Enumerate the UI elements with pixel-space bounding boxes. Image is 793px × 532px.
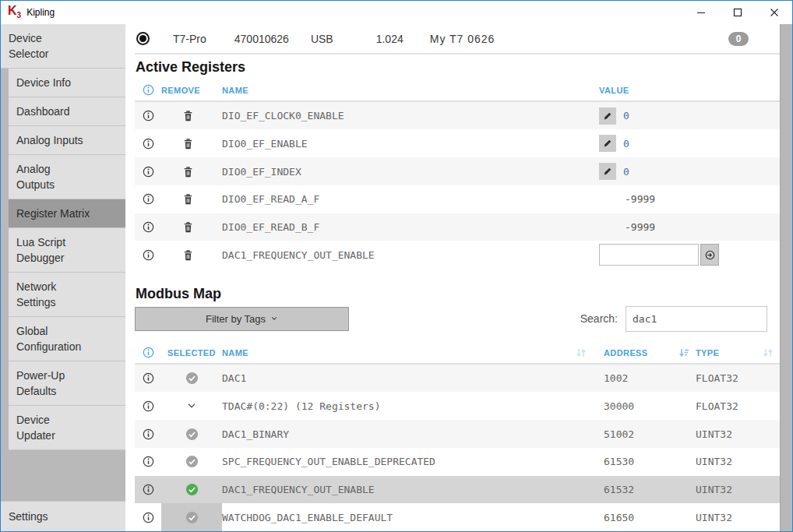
trash-icon[interactable] (161, 249, 222, 261)
check-circle-icon[interactable] (161, 420, 222, 448)
sidebar-item-label: Register Matrix (16, 206, 90, 221)
register-value: -9999 (625, 221, 655, 233)
sidebar-item-register-matrix[interactable]: Register Matrix (9, 199, 125, 228)
edit-value-button[interactable] (599, 163, 616, 180)
modbus-row[interactable]: WATCHDOG_DAC1_ENABLE_DEFAULT 61650 UINT3… (135, 503, 780, 531)
close-button[interactable] (756, 1, 792, 24)
sidebar-item-network-settings[interactable]: Network Settings (9, 273, 125, 317)
device-model: T7-Pro (173, 33, 206, 45)
sidebar-item-label: Dashboard (16, 104, 90, 119)
search-input[interactable] (626, 306, 767, 332)
trash-icon[interactable] (161, 138, 222, 150)
device-bar: T7-Pro 470010626 USB 1.024 My T7 0626 0 (135, 24, 780, 55)
name-column-header[interactable]: NAME (222, 348, 568, 358)
filter-button-label: Filter by Tags (206, 313, 266, 325)
remove-column-header[interactable]: REMOVE (161, 86, 222, 95)
device-radio-icon[interactable] (136, 32, 150, 45)
trash-icon[interactable] (161, 221, 222, 233)
sidebar-item-power-up-defaults[interactable]: Power-Up Defaults (9, 361, 125, 406)
modbus-row[interactable]: DAC1 1002 FLOAT32 (135, 365, 780, 393)
sidebar-item-label: Device Updater (16, 412, 90, 443)
info-icon[interactable] (135, 110, 161, 122)
trash-icon[interactable] (161, 193, 222, 205)
info-icon[interactable] (135, 428, 161, 440)
check-circle-icon[interactable] (161, 448, 222, 476)
register-type: FLOAT32 (696, 400, 756, 412)
sort-address-icon[interactable] (672, 347, 696, 359)
info-icon[interactable] (135, 456, 161, 467)
modbus-map-title: Modbus Map (136, 285, 780, 302)
info-icon[interactable] (135, 166, 161, 178)
sort-name-icon[interactable] (568, 347, 594, 359)
sidebar-item-device-info[interactable]: Device Info (9, 69, 125, 97)
sidebar-item-dashboard[interactable]: Dashboard (9, 97, 125, 126)
chevron-down-icon[interactable] (161, 392, 222, 420)
info-icon[interactable] (135, 138, 161, 150)
modbus-row-selected[interactable]: DAC1_FREQUENCY_OUT_ENABLE 61532 UINT32 (135, 476, 780, 504)
register-name: DAC1_BINARY (222, 428, 568, 440)
sort-type-icon[interactable] (756, 347, 780, 359)
check-circle-icon[interactable] (161, 365, 222, 393)
write-value-input[interactable] (599, 244, 699, 266)
value-column-header[interactable]: VALUE (593, 86, 780, 95)
check-circle-icon-green[interactable] (161, 476, 222, 504)
info-icon[interactable] (135, 484, 161, 495)
info-icon[interactable] (135, 221, 161, 233)
check-circle-icon[interactable] (161, 503, 222, 531)
sidebar-item-device-selector[interactable]: Device Selector (1, 24, 125, 69)
active-register-row: DIO_EF_CLOCK0_ENABLE 0 (135, 102, 780, 130)
pencil-icon (603, 139, 612, 148)
info-header-icon[interactable] (135, 84, 161, 96)
sidebar-item-label: Lua Script Debugger (16, 234, 90, 266)
info-icon[interactable] (135, 372, 161, 384)
info-icon[interactable] (135, 400, 161, 412)
register-name: DAC1_FREQUENCY_OUT_ENABLE (222, 484, 568, 495)
register-name: DIO_EF_CLOCK0_ENABLE (222, 110, 593, 122)
info-icon[interactable] (135, 193, 161, 205)
sidebar-item-device-updater[interactable]: Device Updater (9, 406, 125, 450)
sidebar-item-label: Power-Up Defaults (16, 368, 90, 399)
status-badge: 0 (728, 32, 749, 46)
sidebar-item-analog-inputs[interactable]: Analog Inputs (9, 126, 125, 155)
register-address: 30000 (594, 400, 672, 412)
sidebar-item-global-configuration[interactable]: Global Configuration (9, 317, 125, 361)
modbus-row[interactable]: SPC_FREQUENCY_OUT_ENABLE_DEPRECATED 6153… (135, 448, 780, 476)
sidebar-item-settings[interactable]: Settings (1, 501, 125, 531)
selected-column-header[interactable]: SELECTED (161, 343, 222, 363)
name-column-header[interactable]: NAME (222, 86, 593, 95)
type-column-header[interactable]: TYPE (696, 348, 756, 358)
main-panel: T7-Pro 470010626 USB 1.024 My T7 0626 0 … (125, 24, 780, 531)
trash-icon[interactable] (161, 110, 222, 122)
maximize-button[interactable] (719, 1, 756, 24)
edit-value-button[interactable] (599, 107, 616, 125)
device-firmware: 1.024 (376, 33, 404, 45)
minimize-icon (696, 8, 706, 17)
register-name: DAC1 (222, 372, 568, 384)
app-window: K3 Kipling Device Selector Device Info D… (0, 0, 793, 532)
register-type: UINT32 (696, 484, 756, 495)
trash-icon[interactable] (161, 166, 222, 178)
modbus-row[interactable]: DAC1_BINARY 51002 UINT32 (135, 420, 780, 448)
sidebar-item-lua-script-debugger[interactable]: Lua Script Debugger (9, 228, 125, 273)
info-header-icon[interactable] (135, 347, 161, 358)
sidebar-item-label: Device Selector (9, 30, 83, 62)
sidebar-item-analog-outputs[interactable]: Analog Outputs (9, 155, 125, 199)
modbus-controls: Filter by Tags Search: (135, 305, 780, 332)
register-name: DAC1_FREQUENCY_OUT_ENABLE (222, 249, 593, 261)
arrow-into-circle-icon (704, 249, 716, 261)
write-value-button[interactable] (700, 244, 719, 266)
vertical-scrollbar[interactable] (780, 24, 792, 531)
info-icon[interactable] (135, 249, 161, 261)
register-value: 0 (623, 138, 629, 150)
sidebar-item-label: Analog Inputs (16, 132, 90, 148)
register-name: DIO0_EF_INDEX (222, 166, 593, 178)
window-title: Kipling (26, 7, 55, 18)
address-column-header[interactable]: ADDRESS (594, 348, 672, 358)
minimize-button[interactable] (682, 1, 719, 24)
maximize-icon (733, 8, 742, 17)
edit-value-button[interactable] (599, 135, 616, 152)
device-name: My T7 0626 (430, 33, 495, 45)
info-icon[interactable] (135, 512, 161, 523)
filter-by-tags-button[interactable]: Filter by Tags (135, 307, 349, 331)
modbus-row[interactable]: TDAC#(0:22) (12 Registers) 30000 FLOAT32 (135, 392, 780, 420)
